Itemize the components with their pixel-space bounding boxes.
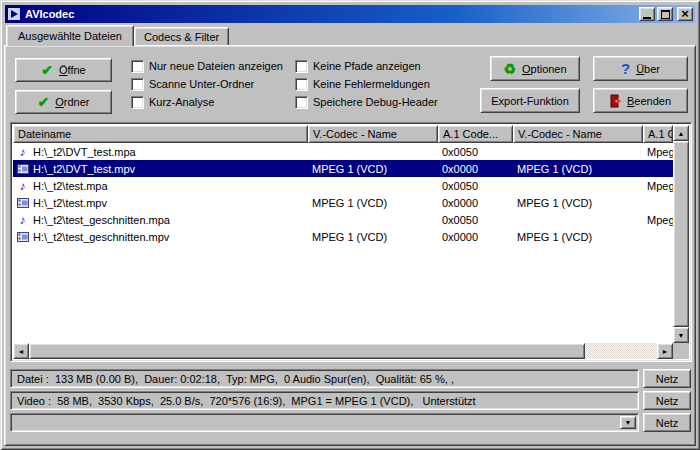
open-button-label: Öffne — [59, 64, 86, 76]
avicodec-window: AVIcodec × Ausgewählte Dateien Codecs & … — [0, 0, 700, 450]
cell-acodec: 0x0050 — [438, 214, 513, 226]
tab-codecs-filter[interactable]: Codecs & Filter — [134, 27, 229, 45]
options-button[interactable]: ♻ Optionen — [490, 56, 580, 81]
checkbox-label: Keine Fehlermeldungen — [313, 78, 430, 90]
open-button[interactable]: ✔ Öffne — [15, 58, 112, 82]
horizontal-scrollbar[interactable]: ◄ ► — [13, 343, 673, 359]
audio-file-icon: ♪ — [16, 214, 29, 226]
checkbox-icon[interactable] — [131, 96, 144, 109]
maximize-button[interactable] — [657, 7, 673, 21]
table-row[interactable]: ♪ H:\_t2\test_geschnitten.mpa 0x0050 Mpe… — [13, 211, 673, 228]
file-list: Dateiname V.-Codec - Name A.1 Code... V.… — [10, 122, 692, 362]
audio-status-dropdown[interactable]: ▼ — [10, 413, 639, 432]
cell-acodec: 0x0050 — [438, 180, 513, 192]
cell-acodec: 0x0050 — [438, 146, 513, 158]
minimize-icon — [643, 17, 651, 19]
checkbox-kurz-analyse[interactable]: Kurz-Analyse — [131, 95, 214, 109]
audio-file-icon: ♪ — [16, 146, 29, 158]
vertical-scrollbar-thumb[interactable] — [673, 141, 689, 327]
green-check-icon: ✔ — [38, 95, 50, 109]
scroll-right-icon[interactable]: ► — [657, 343, 673, 359]
recycle-icon: ♻ — [503, 62, 516, 76]
checkbox-icon[interactable] — [131, 78, 144, 91]
list-header: Dateiname V.-Codec - Name A.1 Code... V.… — [13, 125, 673, 143]
netz-button-audio[interactable]: Netz — [643, 413, 691, 432]
minimize-button[interactable] — [639, 7, 655, 21]
netz-button-label: Netz — [656, 395, 679, 407]
cell-vcodec: MPEG 1 (VCD) — [308, 197, 438, 209]
exit-icon — [610, 94, 621, 108]
scroll-up-icon[interactable]: ▲ — [673, 125, 689, 141]
cell-vcodec2: MPEG 1 (VCD) — [513, 163, 643, 175]
about-button-label: Über — [636, 63, 660, 75]
checkbox-nur-neue-dateien[interactable]: Nur neue Dateien anzeigen — [131, 59, 283, 73]
video-status-field: Video : 58 MB, 3530 Kbps, 25.0 B/s, 720*… — [10, 391, 639, 410]
filename: H:\_t2\DVT_test.mpa — [33, 146, 136, 158]
checkbox-icon[interactable] — [295, 96, 308, 109]
cell-acodec: 0x0000 — [438, 231, 513, 243]
netz-button-file[interactable]: Netz — [643, 369, 691, 388]
column-header-vcodec-name[interactable]: V.-Codec - Name — [308, 125, 438, 143]
video-file-icon — [16, 197, 29, 209]
column-header-a1-codec[interactable]: A.1 Code... — [438, 125, 513, 143]
video-status-text: Video : 58 MB, 3530 Kbps, 25.0 B/s, 720*… — [17, 395, 476, 407]
checkbox-speichere-debug-header[interactable]: Speichere Debug-Header — [295, 95, 438, 109]
file-list-inner: Dateiname V.-Codec - Name A.1 Code... V.… — [13, 125, 689, 359]
about-button[interactable]: ? Über — [593, 56, 688, 81]
tab-panel: ✔ Öffne ✔ Ordner Nur neue Dateien anzeig… — [4, 45, 696, 446]
audio-file-icon: ♪ — [16, 180, 29, 192]
file-status-field: Datei : 133 MB (0.00 B), Dauer: 0:02:18,… — [10, 369, 639, 388]
table-row-selected[interactable]: H:\_t2\DVT_test.mpv MPEG 1 (VCD) 0x0000 … — [13, 160, 673, 177]
table-row[interactable]: H:\_t2\test.mpv MPEG 1 (VCD) 0x0000 MPEG… — [13, 194, 673, 211]
folder-button[interactable]: ✔ Ordner — [15, 90, 112, 114]
window-title: AVIcodec — [24, 8, 636, 20]
app-icon — [7, 7, 21, 21]
horizontal-scrollbar-thumb[interactable] — [29, 343, 585, 359]
title-bar[interactable]: AVIcodec × — [5, 5, 695, 23]
checkbox-label: Scanne Unter-Ordner — [149, 78, 254, 90]
scroll-left-icon[interactable]: ◄ — [13, 343, 29, 359]
filename: H:\_t2\DVT_test.mpv — [33, 163, 135, 175]
checkbox-keine-fehlermeldungen[interactable]: Keine Fehlermeldungen — [295, 77, 430, 91]
column-header-a1-co[interactable]: A.1 Co — [643, 125, 673, 143]
filename: H:\_t2\test.mpa — [33, 180, 108, 192]
green-check-icon: ✔ — [41, 63, 53, 77]
export-button[interactable]: Export-Funktion — [480, 88, 580, 113]
checkbox-keine-pfade[interactable]: Keine Pfade anzeigen — [295, 59, 421, 73]
table-row[interactable]: H:\_t2\test_geschnitten.mpv MPEG 1 (VCD)… — [13, 228, 673, 245]
question-icon: ? — [621, 61, 630, 76]
cell-acodec2: Mpeg- — [643, 180, 673, 192]
scrollbar-corner — [673, 343, 689, 359]
cell-vcodec2: MPEG 1 (VCD) — [513, 197, 643, 209]
column-header-vcodec-name-2[interactable]: V.-Codec - Name — [513, 125, 643, 143]
cell-vcodec: MPEG 1 (VCD) — [308, 163, 438, 175]
quit-button[interactable]: Beenden — [593, 88, 688, 113]
filename: H:\_t2\test_geschnitten.mpa — [33, 214, 170, 226]
table-row[interactable]: ♪ H:\_t2\DVT_test.mpa 0x0050 Mpeg- — [13, 143, 673, 160]
file-status-text: Datei : 133 MB (0.00 B), Dauer: 0:02:18,… — [17, 373, 454, 385]
list-rows: ♪ H:\_t2\DVT_test.mpa 0x0050 Mpeg- — [13, 143, 673, 343]
netz-button-video[interactable]: Netz — [643, 391, 691, 410]
filename: H:\_t2\test_geschnitten.mpv — [33, 231, 169, 243]
close-button[interactable]: × — [677, 7, 693, 21]
tab-ausgewaehlte-dateien[interactable]: Ausgewählte Dateien — [6, 25, 134, 46]
cell-acodec: 0x0000 — [438, 163, 513, 175]
checkbox-label: Speichere Debug-Header — [313, 96, 438, 108]
table-row[interactable]: ♪ H:\_t2\test.mpa 0x0050 Mpeg- — [13, 177, 673, 194]
dropdown-arrow-icon[interactable]: ▼ — [620, 416, 636, 429]
checkbox-label: Keine Pfade anzeigen — [313, 60, 421, 72]
checkbox-scanne-unter-ordner[interactable]: Scanne Unter-Ordner — [131, 77, 254, 91]
checkbox-icon[interactable] — [295, 60, 308, 73]
cell-acodec2: Mpeg- — [643, 214, 673, 226]
cell-vcodec: MPEG 1 (VCD) — [308, 231, 438, 243]
maximize-icon — [661, 10, 670, 19]
checkbox-icon[interactable] — [295, 78, 308, 91]
column-header-dateiname[interactable]: Dateiname — [13, 125, 308, 143]
scroll-down-icon[interactable]: ▼ — [673, 327, 689, 343]
cell-acodec: 0x0000 — [438, 197, 513, 209]
checkbox-icon[interactable] — [131, 60, 144, 73]
vertical-scrollbar[interactable]: ▲ ▼ — [673, 125, 689, 343]
folder-button-label: Ordner — [55, 96, 89, 108]
checkbox-label: Nur neue Dateien anzeigen — [149, 60, 283, 72]
window-controls: × — [639, 7, 693, 21]
